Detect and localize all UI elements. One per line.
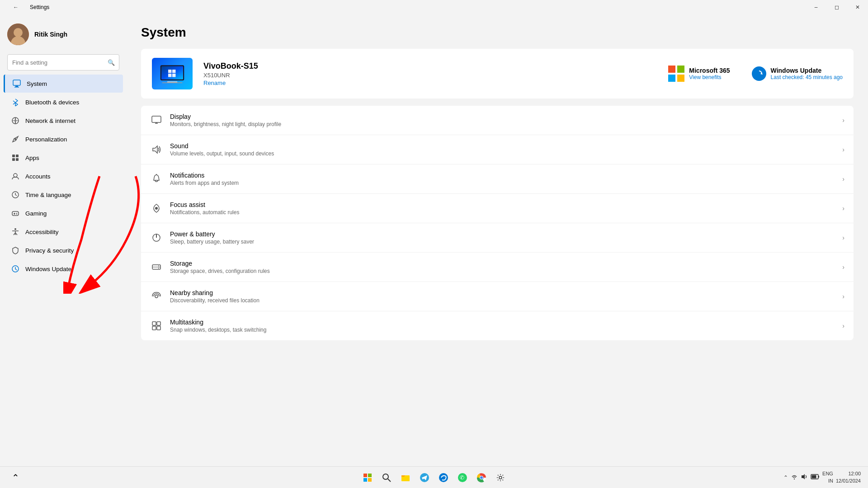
wu-subtitle: Last checked: 45 minutes ago bbox=[771, 74, 843, 80]
ms365-title: Microsoft 365 bbox=[689, 67, 730, 74]
device-info: VivoBook-S15 X510UNR Rename bbox=[203, 61, 657, 86]
svg-point-64 bbox=[383, 474, 388, 479]
settings-item-display[interactable]: Display Monitors, brightness, night ligh… bbox=[141, 106, 854, 135]
start-button[interactable] bbox=[359, 469, 376, 486]
settings-item-power[interactable]: Power & battery Sleep, battery usage, ba… bbox=[141, 223, 854, 253]
taskbar-file-explorer[interactable] bbox=[397, 469, 414, 486]
personalization-icon bbox=[11, 135, 20, 144]
svg-rect-9 bbox=[12, 155, 15, 157]
main-window: Ritik Singh 🔍 System Bluetooth & devices bbox=[0, 14, 868, 466]
ms365-link[interactable]: Microsoft 365 View benefits bbox=[668, 66, 730, 82]
storage-arrow: › bbox=[842, 263, 844, 271]
settings-item-multitasking[interactable]: Multitasking Snap windows, desktops, tas… bbox=[141, 311, 854, 340]
svg-rect-57 bbox=[152, 326, 156, 330]
taskbar-chevron[interactable]: ⌃ bbox=[7, 469, 24, 486]
accounts-icon bbox=[11, 172, 20, 181]
bluetooth-icon bbox=[11, 98, 20, 107]
sidebar-item-gaming[interactable]: Gaming bbox=[4, 204, 123, 222]
device-image bbox=[152, 58, 193, 89]
clock-display: 12:00 12/01/2024 bbox=[836, 470, 861, 484]
settings-item-focus[interactable]: Focus assist Notifications, automatic ru… bbox=[141, 194, 854, 223]
taskbar-right: ⌃ ENGIN 12:00 12/01/2024 bbox=[783, 470, 861, 484]
multitasking-icon bbox=[150, 319, 163, 332]
windows-update-link[interactable]: Windows Update Last checked: 45 minutes … bbox=[752, 66, 843, 82]
storage-text: Storage Storage space, drives, configura… bbox=[170, 260, 835, 274]
power-text: Power & battery Sleep, battery usage, ba… bbox=[170, 230, 835, 245]
chevron-up-icon[interactable]: ⌃ bbox=[783, 474, 788, 481]
volume-icon bbox=[801, 473, 808, 482]
svg-point-8 bbox=[14, 138, 16, 140]
sidebar-item-accessibility[interactable]: Accessibility bbox=[4, 223, 123, 241]
sidebar-item-privacy[interactable]: Privacy & security bbox=[4, 241, 123, 259]
sidebar-item-label: System bbox=[27, 80, 47, 87]
minimize-button[interactable]: – bbox=[806, 0, 826, 14]
ms365-subtitle[interactable]: View benefits bbox=[689, 74, 730, 80]
taskbar-edge[interactable] bbox=[435, 469, 452, 486]
svg-rect-5 bbox=[14, 87, 19, 88]
taskbar-telegram[interactable] bbox=[416, 469, 433, 486]
settings-item-notifications[interactable]: Notifications Alerts from apps and syste… bbox=[141, 164, 854, 194]
sound-text: Sound Volume levels, output, input, soun… bbox=[170, 142, 835, 157]
sidebar-item-windows-update[interactable]: Windows Update bbox=[4, 260, 123, 278]
svg-point-74 bbox=[480, 476, 483, 479]
maximize-button[interactable]: ◻ bbox=[826, 0, 847, 14]
rename-link[interactable]: Rename bbox=[203, 80, 657, 86]
card-links: Microsoft 365 View benefits Windo bbox=[668, 66, 843, 82]
settings-item-storage[interactable]: Storage Storage space, drives, configura… bbox=[141, 253, 854, 282]
taskbar-settings-icon[interactable] bbox=[492, 469, 509, 486]
privacy-icon bbox=[11, 246, 20, 255]
device-card: VivoBook-S15 X510UNR Rename bbox=[141, 49, 854, 99]
storage-icon bbox=[150, 261, 163, 273]
nearby-arrow: › bbox=[842, 293, 844, 300]
sidebar-item-label: Accounts bbox=[25, 173, 51, 180]
sidebar-item-time[interactable]: Time & language bbox=[4, 186, 123, 204]
svg-rect-39 bbox=[677, 75, 684, 82]
search-input[interactable] bbox=[7, 54, 119, 70]
sidebar-item-label: Apps bbox=[25, 155, 39, 161]
settings-item-sound[interactable]: Sound Volume levels, output, input, soun… bbox=[141, 135, 854, 164]
titlebar: ← Settings – ◻ ✕ bbox=[0, 0, 868, 14]
sidebar-item-bluetooth[interactable]: Bluetooth & devices bbox=[4, 93, 123, 111]
svg-rect-56 bbox=[157, 322, 160, 325]
svg-rect-61 bbox=[368, 474, 372, 477]
search-icon: 🔍 bbox=[108, 59, 115, 66]
sidebar-item-label: Accessibility bbox=[25, 229, 59, 235]
svg-point-47 bbox=[155, 207, 158, 210]
svg-rect-31 bbox=[172, 70, 176, 73]
avatar bbox=[7, 23, 29, 45]
close-button[interactable]: ✕ bbox=[847, 0, 868, 14]
sys-tray: ⌃ ENGIN 12:00 12/01/2024 bbox=[783, 470, 861, 484]
focus-text: Focus assist Notifications, automatic ru… bbox=[170, 201, 835, 216]
svg-point-21 bbox=[16, 214, 17, 215]
focus-icon bbox=[150, 202, 163, 215]
taskbar-search[interactable] bbox=[378, 469, 395, 486]
svg-rect-4 bbox=[15, 86, 18, 87]
sidebar-item-personalization[interactable]: Personalization bbox=[4, 130, 123, 148]
sidebar-item-apps[interactable]: Apps bbox=[4, 149, 123, 167]
svg-rect-38 bbox=[668, 75, 675, 82]
battery-icon bbox=[811, 474, 820, 481]
svg-rect-79 bbox=[818, 476, 819, 478]
nearby-text: Nearby sharing Discoverability, received… bbox=[170, 289, 835, 304]
sidebar-item-label: Windows Update bbox=[25, 266, 71, 272]
taskbar-chrome[interactable] bbox=[473, 469, 490, 486]
device-model: X510UNR bbox=[203, 72, 657, 79]
power-icon bbox=[150, 231, 163, 244]
settings-item-nearby[interactable]: Nearby sharing Discoverability, received… bbox=[141, 282, 854, 311]
accessibility-icon bbox=[11, 227, 20, 236]
nearby-desc: Discoverability, received files location bbox=[170, 297, 835, 304]
taskbar-left: ⌃ bbox=[7, 469, 24, 486]
svg-point-20 bbox=[16, 213, 17, 214]
storage-desc: Storage space, drives, configuration rul… bbox=[170, 268, 835, 274]
power-title: Power & battery bbox=[170, 230, 835, 238]
taskbar-whatsapp[interactable]: ✆ bbox=[454, 469, 471, 486]
power-arrow: › bbox=[842, 234, 844, 241]
back-button[interactable]: ← bbox=[5, 0, 26, 14]
sidebar-item-network[interactable]: Network & internet bbox=[4, 112, 123, 130]
sidebar-item-accounts[interactable]: Accounts bbox=[4, 167, 123, 185]
svg-rect-33 bbox=[172, 74, 176, 77]
sidebar-item-system[interactable]: System bbox=[4, 75, 123, 93]
svg-point-75 bbox=[499, 476, 502, 479]
titlebar-title: Settings bbox=[30, 4, 49, 10]
sidebar: Ritik Singh 🔍 System Bluetooth & devices bbox=[0, 14, 127, 466]
